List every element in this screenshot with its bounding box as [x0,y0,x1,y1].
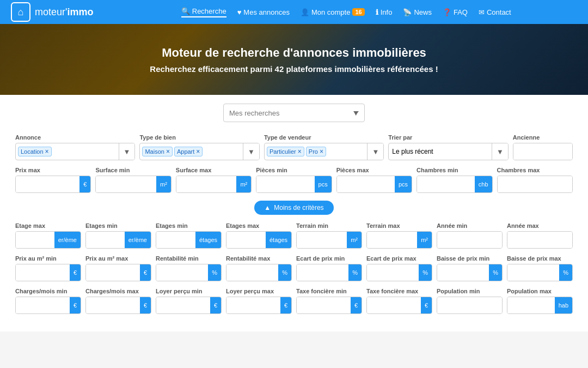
pieces-max-input[interactable] [337,176,395,192]
prix-m2-max-input[interactable] [86,264,140,281]
ecart-prix-min-input[interactable] [297,264,348,281]
nav-item-info[interactable]: ℹ Info [376,8,393,16]
etages-min2-input[interactable] [156,232,195,248]
loyer-min-input-row: € [156,297,222,314]
trier-par-select[interactable]: Le plus récent ▼ [388,143,508,160]
nav-item-news[interactable]: 📡 News [403,8,432,16]
annee-min-input[interactable] [437,232,502,248]
surface-max-input[interactable] [176,176,237,192]
main-nav: 🔍 Recherche ♥ Mes annonces 👤 Mon compte … [115,7,577,17]
prix-m2-max-label: Prix au m² max [85,255,151,262]
type-bien-tag-appart[interactable]: Appart × [174,147,203,156]
remove-particulier-tag[interactable]: × [298,148,302,155]
baisse-prix-max-input[interactable] [507,264,559,281]
rentabilite-min-input[interactable] [156,264,208,281]
pieces-min-unit: pcs [315,176,332,192]
annee-max-input[interactable] [507,232,572,248]
trier-par-chevron[interactable]: ▼ [492,143,508,160]
annonce-tag-location[interactable]: Location × [18,147,52,156]
surface-min-filter: Surface min m² [95,167,171,193]
population-min-input[interactable] [437,297,502,313]
rentabilite-max-input[interactable] [226,264,278,281]
type-bien-chevron[interactable]: ▼ [243,143,259,160]
nav-item-contact[interactable]: ✉ Contact [479,8,511,16]
prix-m2-min-unit: € [70,264,81,281]
chambres-min-filter: Chambres min chb [416,167,492,193]
etages-min2-label: Etages min [156,222,222,229]
etages-max-input[interactable] [226,232,266,248]
type-bien-select[interactable]: Maison × Appart × ▼ [139,143,259,160]
remove-maison-tag[interactable]: × [166,148,170,155]
remove-appart-tag[interactable]: × [196,148,200,155]
type-bien-label: Type de bien [139,134,259,141]
prix-max-input[interactable] [16,176,79,192]
nav-item-mon-compte[interactable]: 👤 Mon compte 16 [301,8,365,16]
chambres-min-input[interactable] [417,176,475,192]
pieces-max-filter: Pièces max pcs [336,167,412,193]
chambres-min-input-row: chb [416,176,492,193]
type-vendeur-tag-particulier[interactable]: Particulier × [267,147,304,156]
pieces-min-filter: Pièces min pcs [256,167,332,193]
chambres-max-input[interactable] [498,176,572,192]
baisse-prix-min-input[interactable] [437,264,489,281]
taxe-max-filter: Taxe foncière max € [366,288,432,314]
annonce-select[interactable]: Location × ▼ [15,143,135,160]
annonce-label: Annonce [15,134,135,141]
terrain-max-input[interactable] [367,232,417,248]
ecart-prix-max-input[interactable] [367,264,419,281]
nav-item-faq[interactable]: ❓ FAQ [443,8,468,16]
type-bien-tag-maison[interactable]: Maison × [142,147,172,156]
chambres-max-filter: Chambres max [497,167,573,193]
ecart-prix-max-label: Ecart de prix max [366,255,432,262]
saved-searches-input[interactable] [223,104,365,122]
etage-max-input[interactable] [16,232,54,248]
annonce-chevron[interactable]: ▼ [119,143,135,160]
ancienne-input[interactable] [513,143,572,160]
charges-max-input[interactable] [86,297,140,313]
ancienne-label: Ancienne [513,134,573,141]
charges-max-input-row: € [85,297,151,314]
prix-m2-max-input-row: € [85,264,151,281]
prix-max-input-row: € [15,176,91,193]
charges-min-input-row: € [15,297,81,314]
rentabilite-min-filter: Rentabilité min % [156,255,222,281]
filter-section: ▼ Annonce Location × ▼ [0,95,588,331]
loyer-max-input[interactable] [226,297,280,313]
prix-m2-min-input-row: € [15,264,81,281]
terrain-min-input[interactable] [297,232,347,248]
population-max-label: Population max [507,288,573,294]
taxe-max-input[interactable] [367,297,421,313]
logo-text: moteur'immo [35,7,93,18]
population-min-label: Population min [437,288,503,294]
less-criteria-button[interactable]: ▲ Moins de critères [254,201,333,215]
etages-min-input[interactable] [86,232,125,248]
taxe-min-input[interactable] [297,297,351,313]
ecart-prix-max-input-row: % [366,264,432,281]
nav-item-recherche[interactable]: 🔍 Recherche [181,7,226,17]
trier-par-select-input[interactable]: Le plus récent [389,143,492,160]
faq-icon: ❓ [443,8,451,16]
filter-row-4: Prix au m² min € Prix au m² max € Rentab… [11,252,577,285]
search-icon: 🔍 [181,7,190,15]
baisse-prix-min-unit: % [489,264,502,281]
annee-min-filter: Année min [437,222,503,249]
prix-m2-min-input[interactable] [16,264,70,281]
remove-location-tag[interactable]: × [45,148,49,155]
nav-item-mes-annonces[interactable]: ♥ Mes annonces [237,8,290,16]
population-max-input[interactable] [507,297,555,313]
surface-max-label: Surface max [176,167,252,173]
logo[interactable]: ⌂ moteur'immo [11,2,93,22]
ecart-prix-min-input-row: % [296,264,362,281]
pieces-min-input[interactable] [256,176,314,192]
type-vendeur-select[interactable]: Particulier × Pro × ▼ [264,143,384,160]
population-max-filter: Population max hab [507,288,573,314]
rentabilite-max-filter: Rentabilité max % [226,255,292,281]
type-vendeur-chevron[interactable]: ▼ [367,143,383,160]
terrain-max-input-row: m² [366,231,432,249]
charges-min-label: Charges/mois min [15,288,81,294]
remove-pro-tag[interactable]: × [320,148,323,155]
charges-min-input[interactable] [16,297,70,313]
loyer-min-input[interactable] [156,297,210,313]
type-vendeur-tag-pro[interactable]: Pro × [306,147,326,156]
surface-min-input[interactable] [96,176,156,192]
